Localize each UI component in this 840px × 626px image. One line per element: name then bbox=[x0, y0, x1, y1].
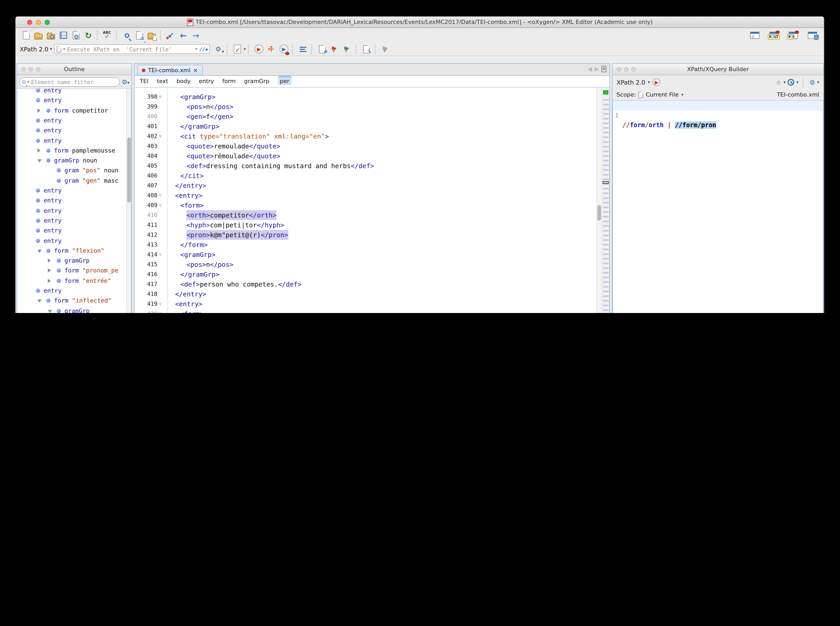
outline-item[interactable]: entry bbox=[17, 136, 126, 146]
code-area[interactable]: 398<gramGrp>399<pos>n</pos>400<gen>f</ge… bbox=[135, 88, 609, 313]
close-window-button[interactable] bbox=[27, 20, 32, 25]
fold-marker-icon[interactable] bbox=[159, 200, 162, 210]
save-remote-icon[interactable] bbox=[70, 30, 82, 41]
fold-marker-icon[interactable] bbox=[159, 250, 162, 260]
outline-item[interactable]: entry bbox=[17, 89, 126, 95]
outline-vertical-scrollbar[interactable] bbox=[126, 89, 131, 313]
previous-editor-icon[interactable]: ◁ bbox=[588, 66, 592, 72]
outline-item[interactable]: gramGrp noun bbox=[17, 156, 126, 166]
execute-xpath-icon[interactable]: ▶ bbox=[652, 78, 660, 86]
outline-item[interactable]: form "pronom_pe bbox=[17, 266, 126, 276]
outline-item[interactable]: entry bbox=[17, 125, 126, 136]
outline-item[interactable]: entry bbox=[17, 186, 126, 196]
xpath-version-caret[interactable]: ▾ bbox=[648, 80, 650, 85]
expand-arrow-icon[interactable] bbox=[48, 279, 51, 283]
editor-list-icon[interactable] bbox=[601, 66, 606, 72]
forward-icon[interactable]: → bbox=[190, 30, 201, 41]
outline-item[interactable]: entry bbox=[17, 206, 126, 216]
fold-marker-icon[interactable] bbox=[159, 191, 162, 200]
outline-item[interactable]: form "inflected" bbox=[17, 296, 126, 306]
apply-transformation-icon[interactable]: ▶ bbox=[253, 43, 264, 55]
validate-dropdown-caret[interactable]: ▾ bbox=[243, 47, 246, 52]
outline-item[interactable]: entry bbox=[17, 286, 126, 296]
database-explorer-icon[interactable] bbox=[807, 30, 818, 41]
find-replace-icon[interactable] bbox=[133, 30, 145, 41]
breadcrumb-item-body[interactable]: body bbox=[176, 78, 190, 85]
history-caret[interactable]: ▾ bbox=[796, 80, 798, 85]
gray-pin-icon[interactable] bbox=[380, 43, 391, 55]
outline-panel-header[interactable]: Outline bbox=[17, 64, 132, 75]
back-to-modification-icon[interactable]: ↙✱ bbox=[165, 30, 177, 41]
editor-vertical-scrollbar[interactable] bbox=[597, 88, 601, 313]
xpath-panel-gear-icon[interactable] bbox=[809, 79, 815, 86]
validate-icon[interactable] bbox=[232, 43, 243, 55]
fold-marker-icon[interactable] bbox=[159, 92, 162, 102]
outline-item[interactable]: entry bbox=[17, 116, 126, 125]
outline-item[interactable]: gramGrp bbox=[17, 306, 126, 313]
collapse-arrow-icon[interactable] bbox=[38, 250, 42, 253]
xpath-panel-header[interactable]: XPath/XQuery Builder bbox=[612, 64, 823, 75]
configure-transformation-icon[interactable]: ⚒ bbox=[265, 43, 277, 55]
outline-item[interactable]: form "flexion" bbox=[17, 246, 126, 256]
next-editor-icon[interactable]: ▷ bbox=[595, 66, 598, 72]
scope-caret[interactable]: ▾ bbox=[681, 92, 683, 97]
search-icon[interactable] bbox=[121, 30, 132, 41]
outline-item[interactable]: gram "gen" masc bbox=[17, 176, 126, 186]
expand-arrow-icon[interactable] bbox=[48, 269, 51, 273]
edit-attributes-icon[interactable]: ✎ bbox=[361, 43, 372, 55]
xpath-version-dropdown[interactable]: XPath 2.0▾ bbox=[20, 45, 52, 53]
expand-arrow-icon[interactable] bbox=[48, 258, 51, 263]
outline-item[interactable]: entry bbox=[17, 96, 126, 106]
xslt-debugger-icon[interactable]: XSLT bbox=[768, 30, 780, 41]
outline-settings-gear-icon[interactable]: ▾ bbox=[122, 78, 129, 85]
outline-item[interactable]: form pamplemousse bbox=[17, 146, 126, 156]
expand-arrow-icon[interactable] bbox=[38, 149, 41, 153]
gear-caret[interactable]: ▾ bbox=[817, 80, 819, 85]
reload-icon[interactable]: ↻ bbox=[83, 30, 94, 41]
back-icon[interactable]: ← bbox=[177, 30, 189, 41]
editor-tab[interactable]: TEI-combo.xml bbox=[137, 65, 203, 75]
open-folder-icon[interactable] bbox=[33, 30, 44, 41]
collapse-arrow-icon[interactable] bbox=[48, 310, 52, 313]
breadcrumb-item-per[interactable]: per bbox=[278, 78, 291, 85]
breadcrumb-item-entry[interactable]: entry bbox=[199, 78, 214, 85]
outline-item[interactable]: gram "pos" noun bbox=[17, 166, 126, 176]
outline-item[interactable]: form "entrée" bbox=[17, 276, 126, 286]
close-tab-icon[interactable] bbox=[193, 67, 198, 74]
xpath-settings-gear-icon[interactable]: ▾ bbox=[212, 43, 224, 55]
breadcrumb-item-TEI[interactable]: TEI bbox=[140, 78, 149, 85]
zoom-window-button[interactable] bbox=[45, 20, 50, 25]
annotation-stripe[interactable]: ✕ bbox=[601, 88, 609, 313]
outline-item[interactable]: entry bbox=[17, 226, 126, 236]
collapse-arrow-icon[interactable] bbox=[38, 160, 42, 163]
minimize-window-button[interactable] bbox=[36, 20, 41, 25]
favorites-star-icon[interactable]: ☆ bbox=[776, 79, 782, 86]
red-pin-icon[interactable] bbox=[329, 43, 340, 55]
outline-item[interactable]: form competitor bbox=[17, 106, 126, 116]
scope-dropdown[interactable]: Current File bbox=[646, 91, 678, 98]
spell-check-icon[interactable] bbox=[102, 30, 113, 41]
new-document-icon[interactable] bbox=[20, 30, 32, 41]
open-url-icon[interactable] bbox=[45, 30, 57, 41]
find-in-files-icon[interactable] bbox=[146, 30, 157, 41]
breadcrumb-item-gramGrp[interactable]: gramGrp bbox=[244, 78, 269, 85]
fold-marker-icon[interactable] bbox=[159, 309, 162, 313]
outline-item[interactable]: gramGrp bbox=[17, 256, 126, 266]
layout-icon[interactable] bbox=[749, 30, 760, 41]
outline-item[interactable]: entry bbox=[17, 196, 126, 206]
breadcrumb-item-text[interactable]: text bbox=[157, 78, 168, 85]
save-icon[interactable] bbox=[58, 30, 69, 41]
xquery-debugger-icon[interactable]: XQ bbox=[788, 30, 799, 41]
xpath-expression-editor[interactable]: 1 //form/orth | //form/pron bbox=[612, 100, 823, 313]
outline-item[interactable]: entry bbox=[17, 216, 126, 226]
fold-marker-icon[interactable] bbox=[159, 299, 162, 309]
outline-item[interactable]: entry bbox=[17, 236, 126, 246]
format-indent-icon[interactable]: ⇄ bbox=[316, 43, 328, 55]
element-name-filter-input[interactable]: ▾ Element name filter bbox=[19, 77, 120, 86]
history-clock-icon[interactable] bbox=[788, 79, 794, 86]
outline-list-icon[interactable] bbox=[297, 43, 309, 55]
xpath-version-label[interactable]: XPath 2.0 bbox=[617, 79, 645, 86]
collapse-arrow-icon[interactable] bbox=[38, 300, 42, 303]
xpath-expression-combo[interactable]: ▾ Execute XPath on 'Current File' ▾//★ bbox=[54, 44, 210, 54]
fold-marker-icon[interactable] bbox=[159, 131, 162, 141]
